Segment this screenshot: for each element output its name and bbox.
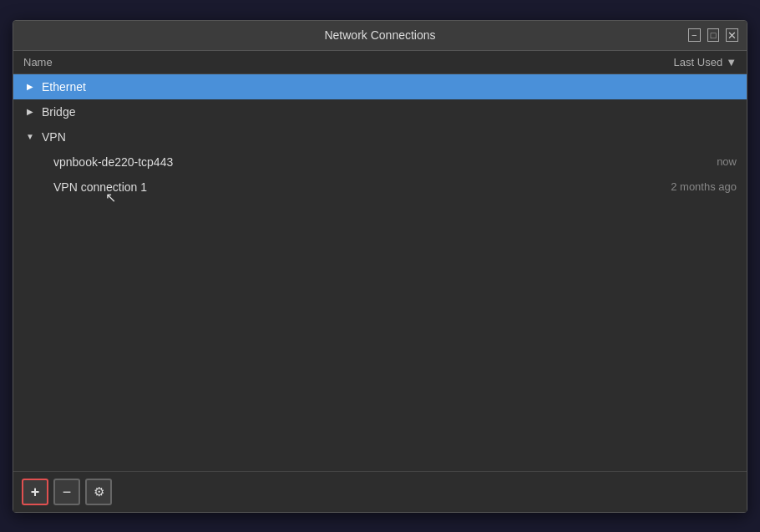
vpnbook-item[interactable]: vpnbook-de220-tcp443 now [13, 149, 747, 175]
bridge-group[interactable]: ▶ Bridge [13, 99, 747, 124]
vpnbook-label: vpnbook-de220-tcp443 [53, 155, 717, 169]
vpn-expand-icon: ▼ [23, 130, 37, 144]
maximize-button[interactable]: □ [707, 28, 720, 42]
last-used-column-header[interactable]: Last Used ▼ [674, 56, 737, 68]
vpn-label: VPN [42, 130, 737, 144]
vpnconn1-label: VPN connection 1 [53, 180, 671, 194]
ethernet-group[interactable]: ▶ Ethernet [13, 74, 747, 99]
name-column-header: Name [23, 56, 53, 68]
ethernet-expand-icon: ▶ [23, 80, 37, 94]
remove-button[interactable]: − [53, 479, 80, 505]
toolbar: + − ⚙ [13, 471, 747, 512]
column-header: Name Last Used ▼ [13, 51, 747, 74]
window-title: Network Connections [72, 28, 688, 42]
vpn-group[interactable]: ▼ VPN [13, 124, 747, 149]
settings-button[interactable]: ⚙ [85, 479, 112, 505]
close-button[interactable]: ✕ [726, 28, 738, 42]
vpnbook-last-used: now [717, 155, 737, 168]
titlebar: Network Connections − □ ✕ [13, 21, 747, 51]
network-connections-window: Network Connections − □ ✕ Name Last Used… [13, 20, 747, 513]
bridge-expand-icon: ▶ [23, 105, 37, 119]
titlebar-controls: − □ ✕ [688, 28, 738, 42]
ethernet-label: Ethernet [42, 80, 737, 94]
vpnconn1-last-used: 2 months ago [671, 180, 737, 193]
minimize-button[interactable]: − [688, 28, 701, 42]
sort-arrow-icon: ▼ [726, 56, 737, 68]
vpnconn1-item[interactable]: VPN connection 1 2 months ago ↖ [13, 175, 747, 200]
add-button[interactable]: + [22, 479, 48, 505]
connections-list: ▶ Ethernet ▶ Bridge ▼ VPN vpnbook-de220-… [13, 74, 747, 471]
bridge-label: Bridge [42, 105, 737, 119]
